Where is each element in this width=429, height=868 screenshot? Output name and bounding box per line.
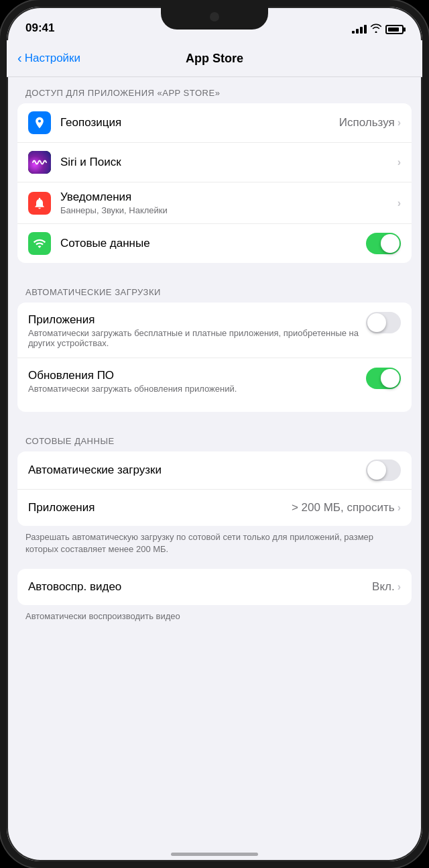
card-autoplay: Автовоспр. видео Вкл. ›	[17, 569, 412, 605]
notifications-subtitle: Баннеры, Звуки, Наклейки	[60, 205, 397, 215]
autoplay-video-chevron-icon: ›	[397, 581, 401, 593]
autoplay-footer: Автоматически воспроизводить видео	[7, 605, 422, 622]
section-label-access: ДОСТУП ДЛЯ ПРИЛОЖЕНИЯ «APP STORE»	[7, 77, 422, 103]
geoposition-title: Геопозиция	[60, 116, 339, 129]
siri-right: ›	[397, 156, 401, 168]
signal-bars-icon	[352, 25, 367, 34]
row-apps-cellular[interactable]: Приложения > 200 МБ, спросить ›	[17, 490, 412, 526]
cellular-title: Сотовые данные	[60, 237, 366, 250]
auto-downloads-cellular-knob	[367, 461, 386, 480]
apps-cellular-value: > 200 МБ, спросить	[292, 501, 395, 514]
row-siri-content: Siri и Поиск	[60, 156, 397, 169]
section-label-auto-downloads: АВТОМАТИЧЕСКИЕ ЗАГРУЗКИ	[7, 276, 422, 303]
notifications-right: ›	[397, 197, 401, 209]
os-updates-title: Обновления ПО	[28, 369, 366, 382]
autoplay-video-right: Вкл. ›	[372, 580, 401, 594]
row-apps-cellular-content: Приложения	[28, 501, 292, 514]
geoposition-value: Используя	[339, 116, 395, 129]
page-title: App Store	[186, 52, 243, 66]
back-chevron-icon: ‹	[17, 50, 22, 66]
geoposition-right: Используя ›	[339, 116, 401, 129]
content-area: ДОСТУП ДЛЯ ПРИЛОЖЕНИЯ «APP STORE» Геопоз…	[7, 77, 422, 861]
row-notifications[interactable]: Уведомления Баннеры, Звуки, Наклейки ›	[17, 182, 412, 224]
autoplay-video-value: Вкл.	[372, 580, 395, 594]
phone-frame: 09:41 ‹ Настройки	[0, 0, 429, 868]
back-button[interactable]: ‹ Настройки	[17, 51, 80, 66]
auto-downloads-cellular-toggle[interactable]	[366, 459, 401, 481]
row-os-updates-content: Обновления ПО Автоматически загружать об…	[28, 368, 366, 394]
row-apps: Приложения Автоматически загружать беспл…	[17, 303, 412, 358]
os-updates-toggle-knob	[381, 369, 400, 388]
apps-title: Приложения	[28, 313, 366, 327]
status-time: 09:41	[25, 21, 54, 35]
home-indicator	[171, 853, 258, 856]
cellular-toggle-knob	[381, 234, 400, 253]
notch	[161, 7, 268, 30]
apps-toggle-knob	[367, 313, 386, 332]
row-siri[interactable]: Siri и Поиск ›	[17, 143, 412, 182]
apps-toggle[interactable]	[366, 312, 401, 333]
notifications-icon	[28, 192, 51, 215]
row-autoplay-video-content: Автовоспр. видео	[28, 580, 372, 594]
row-autoplay-video[interactable]: Автовоспр. видео Вкл. ›	[17, 569, 412, 605]
siri-chevron-icon: ›	[397, 156, 401, 168]
battery-icon	[385, 25, 404, 34]
siri-title: Siri и Поиск	[60, 156, 397, 169]
row-cellular-content: Сотовые данные	[60, 237, 366, 250]
location-icon	[28, 111, 51, 134]
wifi-icon	[371, 23, 381, 35]
geoposition-chevron-icon: ›	[397, 117, 401, 129]
status-icons	[352, 23, 404, 35]
siri-icon	[28, 151, 51, 174]
row-cellular: Сотовые данные	[17, 224, 412, 263]
nav-bar: ‹ Настройки App Store	[7, 40, 422, 77]
apps-cellular-right: > 200 МБ, спросить ›	[292, 501, 401, 514]
card-access: Геопозиция Используя ›	[17, 103, 412, 263]
row-auto-downloads-cellular: Автоматические загрузки	[17, 451, 412, 490]
row-notifications-content: Уведомления Баннеры, Звуки, Наклейки	[60, 191, 397, 215]
card-cellular-data: Автоматические загрузки Приложения > 200…	[17, 451, 412, 526]
card-auto-downloads: Приложения Автоматически загружать беспл…	[17, 303, 412, 412]
row-apps-content: Приложения Автоматически загружать беспл…	[28, 312, 366, 348]
row-os-updates: Обновления ПО Автоматически загружать об…	[17, 358, 412, 412]
row-geoposition-content: Геопозиция	[60, 116, 339, 129]
cellular-icon	[28, 232, 51, 255]
notifications-title: Уведомления	[60, 191, 397, 204]
notifications-chevron-icon: ›	[397, 197, 401, 209]
autoplay-video-title: Автовоспр. видео	[28, 580, 372, 594]
apps-subtitle: Автоматически загружать бесплатные и пла…	[28, 328, 366, 348]
camera	[210, 12, 219, 21]
os-updates-subtitle: Автоматически загружать обновления прило…	[28, 384, 366, 394]
apps-cellular-title: Приложения	[28, 501, 292, 514]
apps-cellular-chevron-icon: ›	[397, 502, 401, 514]
cellular-data-footer: Разрешать автоматическую загрузку по сот…	[7, 526, 422, 555]
back-label: Настройки	[25, 52, 80, 65]
os-updates-toggle[interactable]	[366, 368, 401, 389]
row-geoposition[interactable]: Геопозиция Используя ›	[17, 103, 412, 143]
row-auto-downloads-cellular-content: Автоматические загрузки	[28, 464, 366, 477]
auto-downloads-cellular-title: Автоматические загрузки	[28, 464, 366, 477]
cellular-toggle[interactable]	[366, 233, 401, 254]
section-label-cellular-data: СОТОВЫЕ ДАННЫЕ	[7, 425, 422, 451]
